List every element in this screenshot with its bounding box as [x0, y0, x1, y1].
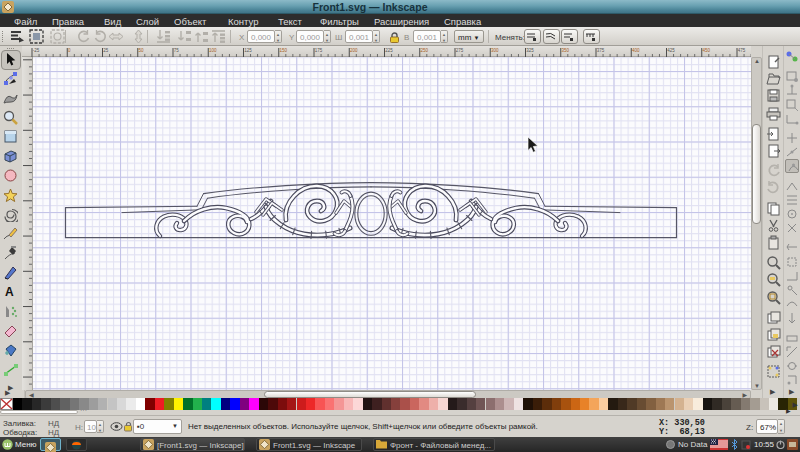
svg-text:-25: -25: [33, 48, 40, 53]
svg-text:300: 300: [491, 48, 499, 53]
svg-text:75: 75: [174, 48, 180, 53]
svg-text:250: 250: [420, 48, 428, 53]
svg-text:325: 325: [526, 48, 534, 53]
svg-text:0: 0: [68, 48, 71, 53]
svg-text:100: 100: [209, 48, 217, 53]
svg-text:200: 200: [350, 48, 358, 53]
svg-text:475: 475: [738, 48, 746, 53]
svg-text:400: 400: [632, 48, 640, 53]
svg-text:425: 425: [667, 48, 675, 53]
svg-text:125: 125: [244, 48, 252, 53]
svg-text:225: 225: [385, 48, 393, 53]
svg-text:25: 25: [103, 48, 109, 53]
svg-text:150: 150: [279, 48, 287, 53]
svg-text:375: 375: [597, 48, 605, 53]
svg-text:50: 50: [138, 48, 144, 53]
svg-text:450: 450: [702, 48, 710, 53]
svg-text:175: 175: [315, 48, 323, 53]
svg-text:350: 350: [561, 48, 569, 53]
svg-text:275: 275: [456, 48, 464, 53]
